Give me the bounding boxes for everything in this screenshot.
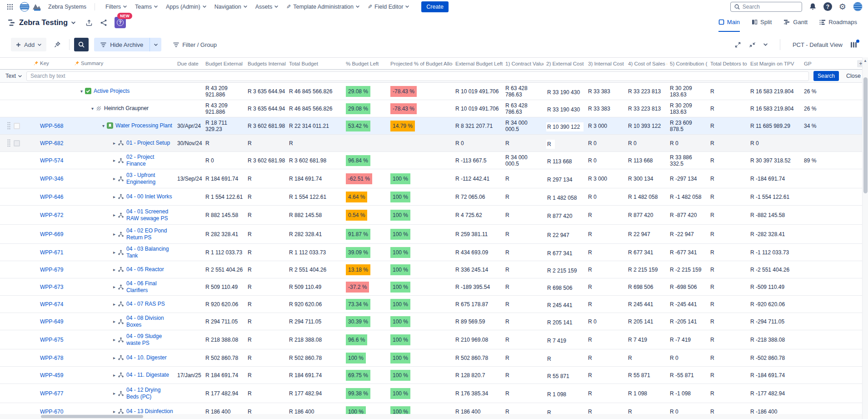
editable-cell[interactable]: R 877 420 xyxy=(546,212,576,221)
issue-key-link[interactable]: WPP-679 xyxy=(40,267,63,273)
expander-closed-icon[interactable]: ▸ xyxy=(111,250,118,255)
editable-cell[interactable]: R 245 441 xyxy=(546,301,576,310)
view-tab-main[interactable]: Main xyxy=(718,13,740,32)
settings-gear-icon[interactable]: ⚙ xyxy=(839,3,846,11)
column-header-ext_budget_left[interactable]: External Budget Left xyxy=(453,58,503,70)
drag-handle-icon[interactable] xyxy=(7,139,10,147)
column-header-pct_left[interactable]: % Budget Left xyxy=(343,58,388,70)
column-header-total_debtors[interactable]: Total Debtors to Date xyxy=(708,58,748,70)
view-tab-split[interactable]: Split xyxy=(752,13,772,32)
issue-key-link[interactable]: WPP-674 xyxy=(40,301,63,308)
expander-closed-icon[interactable]: ▸ xyxy=(111,302,118,307)
collapse-all-icon[interactable] xyxy=(749,41,756,48)
more-chevron-down-icon[interactable] xyxy=(763,43,768,46)
issue-summary-link[interactable]: 04 - 00 Inlet Works xyxy=(126,193,174,200)
editable-cell[interactable]: R xyxy=(546,354,555,363)
editable-cell[interactable]: R 33 190 430 xyxy=(546,88,584,97)
nav-menu-item[interactable]: Filters xyxy=(101,4,131,10)
editable-cell[interactable]: R 7 419 xyxy=(546,336,570,345)
expander-open-icon[interactable]: ▾ xyxy=(100,123,107,128)
expander-closed-icon[interactable]: ▸ xyxy=(111,409,118,414)
issue-key-link[interactable]: WPP-677 xyxy=(40,390,63,397)
nav-menu-item[interactable]: Navigation xyxy=(210,4,251,10)
pin-button[interactable] xyxy=(50,38,65,51)
expander-closed-icon[interactable]: ▸ xyxy=(111,141,118,146)
expander-closed-icon[interactable]: ▸ xyxy=(111,267,118,272)
nav-menu-item[interactable]: Assets xyxy=(251,4,283,10)
issue-key-link[interactable]: WPP-568 xyxy=(40,123,63,129)
add-button[interactable]: Add xyxy=(11,38,46,51)
column-header-total_budget[interactable]: Total Budget xyxy=(286,58,343,70)
issue-key-link[interactable]: WPP-682 xyxy=(40,140,63,146)
vertical-scrollbar[interactable]: ▲ xyxy=(862,57,868,419)
view-tab-roadmaps[interactable]: Roadmaps xyxy=(819,13,857,32)
issue-summary-link[interactable]: 04 - 01 Screened RAW sewage PS xyxy=(126,208,174,222)
close-search-link[interactable]: Close xyxy=(846,73,861,79)
column-header-projected[interactable]: Projected % of Budget Allocated xyxy=(388,58,453,70)
expander-closed-icon[interactable]: ▸ xyxy=(111,373,118,378)
expander-open-icon[interactable]: ▾ xyxy=(78,89,85,94)
expander-closed-icon[interactable]: ▸ xyxy=(111,194,118,199)
editable-cell[interactable]: R 33 190 430 xyxy=(546,105,584,114)
company-logo[interactable] xyxy=(19,1,43,12)
drag-handle-icon[interactable] xyxy=(7,122,10,130)
column-header-contribution[interactable]: 5) Contribution (1-4 xyxy=(667,58,708,70)
share-icon[interactable] xyxy=(100,19,107,26)
global-search[interactable] xyxy=(730,2,802,12)
filter-group-button[interactable]: Filter / Group xyxy=(170,38,220,51)
editable-cell[interactable]: R 22 947 xyxy=(546,231,573,240)
editable-cell[interactable]: R 55 871 xyxy=(546,372,573,381)
column-header-summary[interactable]: Summary xyxy=(72,58,175,70)
issue-summary-link[interactable]: 04 - 08 Division Boxes xyxy=(126,315,174,328)
issue-summary-link[interactable]: 04 - 02 EO Pond Return PS xyxy=(126,227,174,241)
issue-summary-link[interactable]: 02 - Project Finance xyxy=(126,154,174,167)
editable-cell[interactable]: R 1 098 xyxy=(546,390,570,399)
horizontal-scrollbar[interactable] xyxy=(0,414,862,419)
editable-cell[interactable]: R 698 506 xyxy=(546,283,576,293)
issue-key-link[interactable]: WPP-649 xyxy=(40,318,63,325)
issue-summary-link[interactable]: 04 - 11. Digestate xyxy=(126,372,174,378)
expander-open-icon[interactable]: ▾ xyxy=(89,106,96,111)
expander-closed-icon[interactable]: ▸ xyxy=(111,391,118,396)
expander-closed-icon[interactable]: ▸ xyxy=(111,176,118,181)
expander-closed-icon[interactable]: ▸ xyxy=(111,158,118,163)
expander-closed-icon[interactable]: ▸ xyxy=(111,212,118,217)
editable-cell[interactable]: R 297 134 xyxy=(546,175,576,184)
issue-key-link[interactable]: WPP-671 xyxy=(40,249,63,256)
editable-cell[interactable]: R 205 141 xyxy=(546,318,576,327)
issue-key-link[interactable]: WPP-459 xyxy=(40,372,63,379)
issue-summary-link[interactable]: 03 - Upfront Engineering xyxy=(126,172,174,185)
scroll-up-arrow[interactable]: ▲ xyxy=(863,57,868,63)
expander-closed-icon[interactable]: ▸ xyxy=(111,232,118,237)
global-search-input[interactable] xyxy=(743,4,798,10)
search-button[interactable]: Search xyxy=(813,71,839,81)
issue-key-link[interactable]: WPP-574 xyxy=(40,157,63,164)
expand-all-icon[interactable] xyxy=(734,41,741,48)
nav-menu-item[interactable]: ✎Template Administration xyxy=(282,4,364,10)
issue-summary-link[interactable]: 04 - 10. Digester xyxy=(126,354,174,361)
column-header-budgets_internal[interactable]: Budgets Internal xyxy=(245,58,286,70)
issue-key-link[interactable]: WPP-673 xyxy=(40,284,63,290)
notifications-bell-icon[interactable] xyxy=(809,3,817,10)
issue-summary-link[interactable]: 04 - 09 Sludge waste PS xyxy=(126,333,174,346)
issue-summary-link[interactable]: 04 - 12 Drying Beds (PC) xyxy=(126,387,174,400)
app-switcher-icon[interactable] xyxy=(5,4,15,10)
issue-summary-link[interactable]: Active Projects xyxy=(94,88,174,94)
editable-cell[interactable]: R 2 215 159 xyxy=(546,266,580,275)
editable-cell[interactable]: R 677 341 xyxy=(546,249,576,258)
issue-summary-link[interactable]: 04 - 05 Reactor xyxy=(126,266,174,273)
issue-summary-link[interactable]: Heinrich Graupner xyxy=(104,105,174,111)
row-checkbox[interactable] xyxy=(14,140,20,146)
column-header-est_margin[interactable]: Est Margin on TPV xyxy=(748,58,801,70)
editable-cell[interactable]: R 113 668 xyxy=(546,157,576,166)
user-avatar[interactable] xyxy=(853,2,863,11)
issue-summary-link[interactable]: 04 - 07 RAS PS xyxy=(126,301,174,307)
hide-archive-main[interactable]: Hide Archive xyxy=(94,38,150,51)
issue-key-link[interactable]: WPP-669 xyxy=(40,231,63,237)
editable-cell[interactable]: R 1 482 058 xyxy=(546,193,580,202)
vertical-scrollbar-thumb[interactable] xyxy=(863,77,868,193)
text-search-input[interactable] xyxy=(26,71,809,81)
search-toggle-button[interactable] xyxy=(74,38,89,51)
column-header-budget_external[interactable]: Budget External xyxy=(203,58,245,70)
editable-cell[interactable]: R 10 390 122 xyxy=(546,122,584,131)
